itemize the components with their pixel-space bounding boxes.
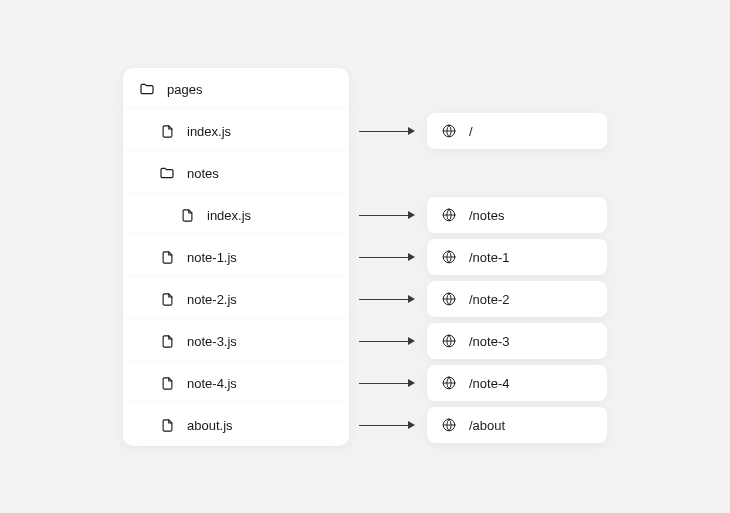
diagram-row: pages (123, 68, 730, 110)
diagram-row: about.js /about (123, 404, 730, 446)
tree-item-file: note-4.js (123, 362, 349, 404)
arrow-icon (359, 421, 415, 429)
folder-icon (159, 165, 175, 181)
tree-item-file: index.js (123, 110, 349, 152)
diagram-row: index.js /notes (123, 194, 730, 236)
tree-label: note-1.js (187, 250, 237, 265)
tree-panel: pages (123, 68, 349, 110)
folder-icon (139, 81, 155, 97)
route-pill: /note-3 (427, 323, 607, 359)
route-pill: /note-2 (427, 281, 607, 317)
file-icon (159, 375, 175, 391)
tree-panel: note-4.js (123, 362, 349, 404)
diagram-row: notes (123, 152, 730, 194)
arrow-icon (359, 379, 415, 387)
route-pill: /about (427, 407, 607, 443)
globe-icon (441, 333, 457, 349)
diagram-row: note-2.js /note-2 (123, 278, 730, 320)
tree-label: pages (167, 82, 202, 97)
route-label: /note-4 (469, 376, 509, 391)
globe-icon (441, 417, 457, 433)
diagram-row: note-4.js /note-4 (123, 362, 730, 404)
tree-item-folder: notes (123, 152, 349, 194)
arrow-icon (359, 295, 415, 303)
tree-item-file: index.js (123, 194, 349, 236)
diagram-row: note-3.js /note-3 (123, 320, 730, 362)
route-label: /note-3 (469, 334, 509, 349)
arrow-icon (359, 127, 415, 135)
file-icon (159, 333, 175, 349)
diagram-row: index.js / (123, 110, 730, 152)
tree-label: note-4.js (187, 376, 237, 391)
tree-label: index.js (207, 208, 251, 223)
tree-item-file: note-1.js (123, 236, 349, 278)
arrow-icon (359, 253, 415, 261)
diagram-row: note-1.js /note-1 (123, 236, 730, 278)
tree-panel: note-1.js (123, 236, 349, 278)
file-icon (159, 291, 175, 307)
tree-panel: index.js (123, 194, 349, 236)
file-icon (159, 249, 175, 265)
route-pill: / (427, 113, 607, 149)
globe-icon (441, 207, 457, 223)
globe-icon (441, 375, 457, 391)
tree-panel: index.js (123, 110, 349, 152)
arrow-icon (359, 211, 415, 219)
arrow-icon (359, 337, 415, 345)
globe-icon (441, 291, 457, 307)
tree-label: index.js (187, 124, 231, 139)
route-pill: /note-1 (427, 239, 607, 275)
file-icon (179, 207, 195, 223)
tree-item-file: note-2.js (123, 278, 349, 320)
globe-icon (441, 249, 457, 265)
tree-item-folder: pages (123, 68, 349, 110)
tree-panel: notes (123, 152, 349, 194)
tree-label: note-3.js (187, 334, 237, 349)
route-label: / (469, 124, 473, 139)
file-icon (159, 417, 175, 433)
tree-panel: note-3.js (123, 320, 349, 362)
route-pill: /note-4 (427, 365, 607, 401)
tree-label: about.js (187, 418, 233, 433)
route-label: /note-1 (469, 250, 509, 265)
tree-panel: note-2.js (123, 278, 349, 320)
tree-item-file: about.js (123, 404, 349, 446)
route-label: /notes (469, 208, 504, 223)
route-label: /about (469, 418, 505, 433)
globe-icon (441, 123, 457, 139)
diagram-canvas: pages index.js / (0, 0, 730, 513)
tree-label: notes (187, 166, 219, 181)
tree-label: note-2.js (187, 292, 237, 307)
file-icon (159, 123, 175, 139)
route-label: /note-2 (469, 292, 509, 307)
tree-item-file: note-3.js (123, 320, 349, 362)
route-pill: /notes (427, 197, 607, 233)
tree-panel: about.js (123, 404, 349, 446)
